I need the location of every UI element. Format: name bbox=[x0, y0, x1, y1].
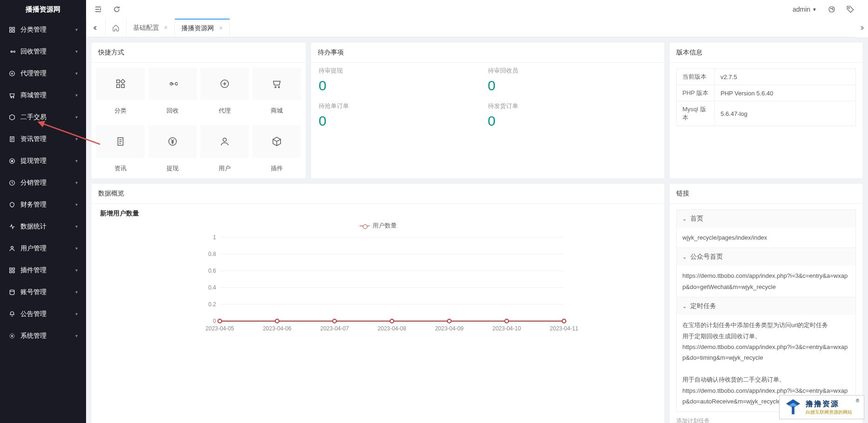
svg-point-52 bbox=[275, 319, 279, 323]
version-title: 版本信息 bbox=[670, 43, 862, 63]
accordion-title: 定时任务 bbox=[690, 302, 716, 310]
close-icon[interactable]: ✕ bbox=[164, 25, 168, 31]
quick-doc[interactable] bbox=[96, 125, 145, 158]
accordion-head-0[interactable]: ⌄首页 bbox=[677, 210, 855, 228]
user-menu[interactable]: admin ▼ bbox=[793, 6, 817, 13]
menu-label: 二手交易 bbox=[20, 113, 47, 121]
svg-text:0.8: 0.8 bbox=[208, 251, 216, 257]
todo-value: 0 bbox=[319, 113, 488, 129]
svg-text:2023-04-09: 2023-04-09 bbox=[435, 325, 464, 332]
yen-icon bbox=[167, 136, 178, 147]
tab-home[interactable] bbox=[106, 19, 127, 37]
menu-label: 分销管理 bbox=[20, 179, 47, 187]
plus-circle-icon bbox=[220, 79, 230, 89]
version-value: v2.7.5 bbox=[715, 69, 856, 85]
svg-text:1: 1 bbox=[213, 234, 216, 241]
tabs-scroll-left[interactable] bbox=[86, 19, 106, 37]
menu-label: 商城管理 bbox=[20, 91, 47, 100]
refresh-icon[interactable] bbox=[110, 3, 123, 16]
watermark: 撸撸资源 白嫖互联网资源的网站 ® bbox=[779, 395, 864, 419]
chevron-down-icon: ⌄ bbox=[682, 216, 687, 222]
watermark-registered: ® bbox=[856, 398, 859, 403]
svg-rect-59 bbox=[792, 406, 795, 414]
menu-label: 提现管理 bbox=[20, 157, 47, 165]
accordion-head-2[interactable]: ⌄定时任务 bbox=[677, 297, 855, 315]
collapse-icon[interactable] bbox=[92, 3, 105, 16]
svg-text:2023-04-05: 2023-04-05 bbox=[206, 325, 234, 332]
sidebar-item-2[interactable]: 代理管理▾ bbox=[0, 62, 86, 84]
tabs-scroll-right[interactable] bbox=[855, 19, 868, 37]
menu-icon bbox=[8, 180, 16, 186]
sidebar-item-1[interactable]: 回收管理▾ bbox=[0, 40, 86, 62]
quick-label: 商城 bbox=[253, 105, 301, 119]
todo-label: 待审回收员 bbox=[488, 67, 657, 75]
tag-icon[interactable] bbox=[844, 3, 857, 16]
theme-icon[interactable] bbox=[825, 3, 838, 16]
sidebar-item-8[interactable]: 财务管理▾ bbox=[0, 194, 86, 215]
menu-icon bbox=[8, 267, 16, 274]
svg-point-21 bbox=[848, 7, 849, 8]
sidebar-item-10[interactable]: 用户管理▾ bbox=[0, 237, 86, 259]
sidebar-item-7[interactable]: 分销管理▾ bbox=[0, 172, 86, 194]
sidebar-item-12[interactable]: 账号管理▾ bbox=[0, 281, 86, 303]
svg-point-27 bbox=[275, 87, 276, 88]
accordion-body-1: https://demo.ttbobo.com/app/index.php?i=… bbox=[677, 266, 855, 297]
menu-icon bbox=[8, 70, 16, 77]
menu-label: 数据统计 bbox=[20, 222, 47, 231]
todo-value: 0 bbox=[488, 113, 657, 129]
chevron-down-icon: ▾ bbox=[75, 136, 78, 141]
chart-legend: 用户数量 bbox=[100, 222, 656, 230]
accordion-head-1[interactable]: ⌄公众号首页 bbox=[677, 248, 855, 266]
svg-point-10 bbox=[11, 246, 13, 248]
menu-icon bbox=[8, 136, 16, 142]
watermark-brand: 撸撸资源 bbox=[806, 399, 852, 409]
svg-point-31 bbox=[223, 138, 226, 141]
sidebar-item-4[interactable]: 二手交易▾ bbox=[0, 106, 86, 128]
svg-point-55 bbox=[447, 319, 451, 323]
tab-0[interactable]: 基础配置✕ bbox=[127, 19, 175, 37]
chevron-down-icon: ⌄ bbox=[682, 254, 687, 260]
todo-item-0: 待审提现0 bbox=[319, 67, 488, 94]
quick-user[interactable] bbox=[200, 125, 249, 158]
dataov-title: 数据概览 bbox=[92, 184, 664, 204]
tab-1[interactable]: 播播资源网✕ bbox=[175, 19, 230, 37]
site-logo: 播播资源网 bbox=[0, 0, 86, 19]
sidebar-item-5[interactable]: 资讯管理▾ bbox=[0, 128, 86, 150]
svg-text:2023-04-08: 2023-04-08 bbox=[378, 325, 407, 332]
chevron-down-icon: ⌄ bbox=[682, 303, 687, 309]
data-overview-card: 数据概览 新增用户数量 用户数量 00.20.40.60.812023-04-0… bbox=[92, 184, 664, 423]
sidebar-item-11[interactable]: 插件管理▾ bbox=[0, 259, 86, 281]
svg-text:2023-04-07: 2023-04-07 bbox=[320, 325, 349, 332]
menu-label: 用户管理 bbox=[20, 244, 47, 253]
todo-item-2: 待抢单订单0 bbox=[319, 102, 488, 129]
sidebar-item-3[interactable]: 商城管理▾ bbox=[0, 84, 86, 106]
menu-icon bbox=[8, 114, 16, 121]
quick-infinity[interactable] bbox=[148, 67, 197, 100]
sidebar-item-6[interactable]: 提现管理▾ bbox=[0, 150, 86, 172]
sidebar-item-14[interactable]: 系统管理▾ bbox=[0, 325, 86, 347]
sidebar-item-9[interactable]: 数据统计▾ bbox=[0, 215, 86, 237]
svg-point-20 bbox=[833, 9, 834, 10]
svg-text:2023-04-06: 2023-04-06 bbox=[263, 325, 292, 332]
svg-text:2023-04-11: 2023-04-11 bbox=[550, 325, 579, 332]
menu-icon bbox=[8, 158, 16, 164]
menu-icon bbox=[8, 333, 16, 339]
quick-plus-circle[interactable] bbox=[200, 67, 249, 100]
tab-label: 基础配置 bbox=[133, 24, 159, 32]
quick-cube[interactable] bbox=[253, 125, 301, 158]
quick-yen[interactable] bbox=[148, 125, 197, 158]
sidebar-item-0[interactable]: 分类管理▾ bbox=[0, 19, 86, 40]
menu-icon bbox=[8, 201, 16, 208]
close-icon[interactable]: ✕ bbox=[219, 25, 223, 31]
svg-rect-0 bbox=[10, 27, 12, 29]
svg-rect-3 bbox=[13, 30, 14, 32]
chevron-down-icon: ▾ bbox=[75, 224, 78, 229]
todo-value: 0 bbox=[319, 78, 488, 94]
quick-cart[interactable] bbox=[253, 67, 301, 100]
quick-label: 代理 bbox=[200, 105, 249, 119]
svg-point-15 bbox=[10, 289, 14, 291]
quick-category[interactable] bbox=[96, 67, 145, 100]
accordion-body-0: wjyk_recycle/pages/index/index bbox=[677, 228, 855, 248]
sidebar-item-13[interactable]: 公告管理▾ bbox=[0, 303, 86, 325]
svg-rect-12 bbox=[13, 268, 14, 269]
